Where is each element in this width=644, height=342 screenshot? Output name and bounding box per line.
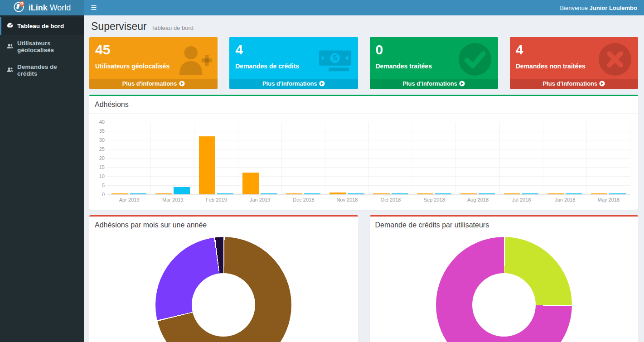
users-icon <box>7 43 13 51</box>
y-tick-label: 15 <box>99 164 105 170</box>
bar <box>199 136 215 194</box>
bar <box>261 193 277 194</box>
bar <box>547 193 564 194</box>
bar-group <box>325 122 368 194</box>
sidebar-item-label: Tableau de bord <box>17 23 64 29</box>
sidebar-item-demandes-de-credits[interactable]: Demandes de crédits <box>0 58 84 82</box>
breadcrumb: Tableau de bord <box>151 24 194 31</box>
y-tick-label: 40 <box>99 119 105 125</box>
sidebar-item-label: Utilisateurs géolocalisés <box>17 40 78 53</box>
x-tick-label: Jun 2018 <box>543 197 587 202</box>
bar <box>460 193 477 194</box>
x-tick-label: May 2018 <box>587 197 630 202</box>
more-info-link[interactable]: Plus d'informations <box>370 79 498 89</box>
credits-donut-chart <box>436 237 572 342</box>
welcome-message: Bienvenue Junior Loulembo <box>553 5 644 11</box>
y-tick-label: 35 <box>99 128 105 134</box>
sidebar-item-utilisateurs-geolocalises[interactable]: Utilisateurs géolocalisés <box>0 35 84 58</box>
money-icon: $ <box>317 42 353 77</box>
y-tick-label: 5 <box>102 183 105 188</box>
bar-group <box>238 122 281 194</box>
sidebar-item-label: Demandes de crédits <box>17 63 78 77</box>
bar <box>174 187 190 194</box>
bar-group <box>281 122 325 194</box>
app-logo[interactable]: $ iLink World <box>0 0 84 15</box>
more-info-link[interactable]: Plus d'informations <box>89 79 218 89</box>
stat-card-demandes-traitees: 0 Demandes traitées Plus d'informations <box>370 37 498 89</box>
adhesions-chart-box: Adhésions 4035302520151050 Apr 2019Mar 2… <box>89 95 638 210</box>
bar <box>348 193 364 194</box>
bar-group <box>455 122 499 194</box>
bar <box>566 193 582 194</box>
y-axis: 4035302520151050 <box>96 122 107 194</box>
bar <box>329 193 346 194</box>
bar <box>286 193 302 194</box>
bar <box>435 193 451 194</box>
y-tick-label: 30 <box>99 137 105 143</box>
bar <box>417 193 433 194</box>
box-title: Adhésions par mois sur une année <box>89 217 358 234</box>
bar <box>479 193 495 194</box>
user-plus-icon <box>177 42 212 77</box>
users-icon <box>7 67 13 74</box>
bar-group <box>150 122 194 194</box>
bar-group <box>194 122 237 194</box>
bar <box>130 193 146 194</box>
bar-group <box>499 122 543 194</box>
x-tick-label: Oct 2018 <box>369 197 412 202</box>
sidebar-toggle-button[interactable]: ☰ <box>84 0 104 15</box>
bar-group <box>368 122 412 194</box>
times-circle-icon <box>597 42 633 77</box>
bar <box>373 193 389 194</box>
bar <box>304 193 320 194</box>
stat-cards-row: 45 Utilisateurs géolocalisés Plus d'info… <box>89 37 638 89</box>
top-navbar: ☰ Bienvenue Junior Loulembo <box>84 0 644 15</box>
brand-text: iLink World <box>29 3 71 13</box>
x-tick-label: Mar 2019 <box>151 197 194 202</box>
more-info-link[interactable]: Plus d'informations <box>229 79 358 89</box>
y-tick-label: 25 <box>99 146 105 152</box>
bar <box>504 193 520 194</box>
bar-group <box>543 122 586 194</box>
globe-pin-logo-icon: $ <box>13 0 25 15</box>
credits-donut-box: Demande de crédits par utilisateurs <box>370 215 639 342</box>
bar <box>522 193 538 194</box>
stat-card-demandes-de-credits: 4 Demandes de crédits $ Plus d'informati… <box>229 37 358 89</box>
x-tick-label: Jul 2018 <box>500 197 543 202</box>
menu-icon: ☰ <box>91 4 97 12</box>
x-tick-label: Sep 2018 <box>412 197 456 202</box>
x-tick-label: Aug 2018 <box>456 197 499 202</box>
bar-group <box>586 122 630 194</box>
bar <box>591 193 607 194</box>
bar-group <box>107 122 150 194</box>
y-tick-label: 0 <box>102 192 105 197</box>
x-axis: Apr 2019Mar 2019Feb 2019Jan 2019Dec 2018… <box>107 197 630 205</box>
more-info-link[interactable]: Plus d'informations <box>510 79 638 89</box>
donut-charts-row: Adhésions par mois sur une année Demande… <box>89 215 638 342</box>
bar-group <box>412 122 455 194</box>
sidebar-item-tableau-de-bord[interactable]: Tableau de bord <box>0 17 84 35</box>
bar <box>111 193 128 194</box>
bar <box>155 193 172 194</box>
sidebar: Tableau de bord Utilisateurs géolocalisé… <box>0 15 84 342</box>
adhesions-bar-chart: 4035302520151050 Apr 2019Mar 2019Feb 201… <box>95 118 633 205</box>
main-header: $ iLink World ☰ Bienvenue Junior Loulemb… <box>0 0 644 15</box>
arrow-circle-right-icon <box>599 81 605 87</box>
bar <box>242 173 259 194</box>
x-tick-label: Jan 2019 <box>238 197 282 202</box>
x-tick-label: Dec 2018 <box>282 197 325 202</box>
y-tick-label: 10 <box>99 173 105 179</box>
content: Superviseur Tableau de bord 45 Utilisate… <box>84 15 644 342</box>
x-tick-label: Apr 2019 <box>107 197 151 202</box>
adhesions-donut-box: Adhésions par mois sur une année <box>89 215 358 342</box>
y-tick-label: 20 <box>99 155 105 161</box>
x-tick-label: Feb 2019 <box>194 197 238 202</box>
box-title: Demande de crédits par utilisateurs <box>370 217 639 234</box>
bar <box>217 193 233 194</box>
bar <box>609 193 625 194</box>
svg-text:$: $ <box>333 53 337 62</box>
box-title: Adhésions <box>89 96 638 114</box>
arrow-circle-right-icon <box>319 81 325 87</box>
check-circle-icon <box>457 42 493 77</box>
tachometer-icon <box>7 22 13 30</box>
